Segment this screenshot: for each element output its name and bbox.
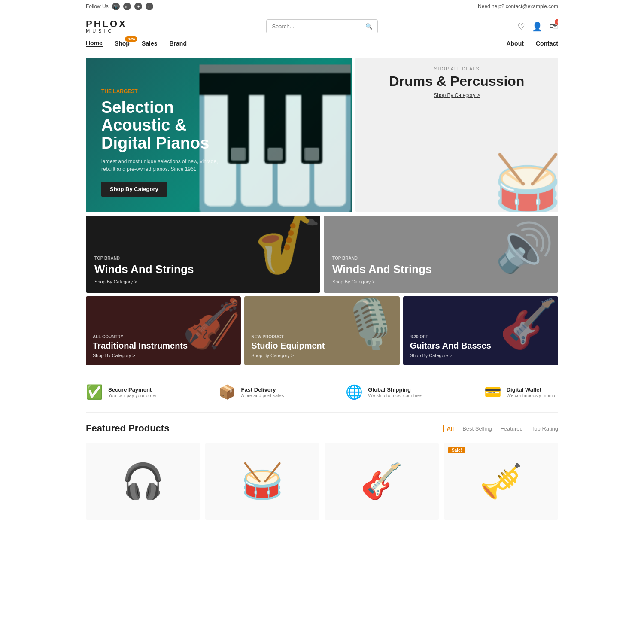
nav-about[interactable]: About — [506, 40, 523, 47]
wishlist-icon[interactable]: ♡ — [517, 21, 525, 32]
studio-link[interactable]: Shop By Category > — [251, 353, 392, 358]
hero-main-banner: THE LARGEST Selection Acoustic & Digital… — [86, 58, 352, 212]
speaker-icon: 🔊 — [495, 220, 554, 275]
search-input[interactable] — [267, 20, 361, 33]
nav-home[interactable]: Home — [86, 39, 103, 47]
features-section: ✅ Secure Payment You can pay your order … — [86, 372, 558, 413]
product-1-image: 🎧 — [122, 461, 164, 501]
nav-shop-badge: New — [125, 36, 137, 42]
global-shipping-title: Global Shipping — [368, 386, 422, 393]
tab-best-selling[interactable]: Best Selling — [462, 425, 492, 432]
nav-shop[interactable]: Shop New — [115, 40, 130, 47]
drums-shop-link[interactable]: Shop By Category > — [364, 92, 550, 98]
product-2-image: 🥁 — [241, 461, 284, 501]
tab-top-rating[interactable]: Top Rating — [532, 425, 558, 432]
guitars-banner: %20 OFF Guitars And Basses Shop By Categ… — [403, 296, 558, 365]
global-shipping-desc: We ship to most countries — [368, 393, 422, 398]
telegram-icon[interactable]: ✈ — [134, 3, 142, 10]
header-icons: ♡ 👤 🛍 1 — [517, 21, 558, 32]
product-card-4[interactable]: Sale! 🎺 — [444, 443, 558, 520]
digital-wallet-icon: 💳 — [484, 384, 501, 400]
featured-header: Featured Products All Best Selling Featu… — [86, 423, 558, 434]
linkedin-icon[interactable]: in — [123, 3, 131, 10]
nav-sales[interactable]: Sales — [142, 40, 158, 47]
studio-banner: NEW PRODUCT Studio Equipment Shop By Cat… — [244, 296, 399, 365]
sale-badge: Sale! — [448, 447, 465, 453]
instagram-icon[interactable]: 📷 — [112, 3, 120, 10]
tab-featured[interactable]: Featured — [501, 425, 523, 432]
saxophone-icon: 🎷 — [250, 216, 320, 282]
twitter-icon[interactable]: 𝕣 — [146, 3, 153, 10]
traditional-banner: ALL COUNTRY Traditional Instruments Shop… — [86, 296, 241, 365]
secure-payment-icon: ✅ — [86, 384, 103, 400]
winds-dark-banner: TOP BRAND Winds And Strings Shop By Cate… — [86, 216, 320, 293]
drums-banner: SHOP ALL DEALS Drums & Percussion Shop B… — [355, 58, 558, 212]
tab-all[interactable]: All — [443, 425, 454, 432]
secure-payment-title: Secure Payment — [108, 386, 157, 393]
winds-dark-link[interactable]: Shop By Category > — [94, 279, 312, 284]
featured-title: Featured Products — [86, 423, 169, 434]
logo-bottom: MUSIC — [86, 29, 127, 33]
nav-right: About Contact — [506, 40, 558, 47]
guitar-icon: 🎸 — [499, 296, 558, 352]
secure-payment-desc: You can pay your order — [108, 393, 157, 398]
violin-icon: 🎻 — [182, 296, 241, 352]
microphone-icon: 🎙️ — [341, 296, 400, 352]
hero-desc: largest and most unique selections of ne… — [101, 158, 230, 173]
product-card-1[interactable]: 🎧 — [86, 443, 200, 520]
feature-digital-wallet: 💳 Digital Wallet We continuously monitor — [484, 384, 558, 400]
global-shipping-icon: 🌐 — [346, 384, 363, 400]
global-shipping-text: Global Shipping We ship to most countrie… — [368, 386, 422, 398]
hero-side: SHOP ALL DEALS Drums & Percussion Shop B… — [355, 58, 558, 212]
product-3-image: 🎸 — [360, 461, 403, 501]
banners-row-3: ALL COUNTRY Traditional Instruments Shop… — [86, 296, 558, 365]
hero-section: THE LARGEST Selection Acoustic & Digital… — [86, 58, 558, 212]
topbar-right: Need help? contact@example.com — [478, 3, 558, 9]
featured-section: Featured Products All Best Selling Featu… — [86, 413, 558, 530]
logo[interactable]: PHLOX MUSIC — [86, 19, 127, 33]
featured-tabs: All Best Selling Featured Top Rating — [443, 425, 558, 432]
drums-icon: 🥁 — [493, 151, 558, 212]
nav-brand[interactable]: Brand — [170, 40, 187, 47]
traditional-link[interactable]: Shop By Category > — [93, 353, 234, 358]
cart-icon[interactable]: 🛍 1 — [550, 21, 558, 31]
nav-left: Home Shop New Sales Brand — [86, 39, 187, 47]
guitars-link[interactable]: Shop By Category > — [410, 353, 551, 358]
account-icon[interactable]: 👤 — [532, 21, 543, 32]
cart-badge: 1 — [555, 19, 558, 25]
fast-delivery-desc: A pre and post sales — [241, 393, 284, 398]
winds-gray-link[interactable]: Shop By Category > — [332, 279, 550, 284]
logo-top: PHLOX — [86, 19, 127, 29]
fast-delivery-icon: 📦 — [219, 384, 236, 400]
secure-payment-text: Secure Payment You can pay your order — [108, 386, 157, 398]
product-grid: 🎧 🥁 🎸 Sale! 🎺 — [86, 443, 558, 520]
feature-fast-delivery: 📦 Fast Delivery A pre and post sales — [219, 384, 284, 400]
feature-secure-payment: ✅ Secure Payment You can pay your order — [86, 384, 157, 400]
fast-delivery-text: Fast Delivery A pre and post sales — [241, 386, 284, 398]
digital-wallet-desc: We continuously monitor — [507, 393, 558, 398]
topbar: Follow Us 📷 in ✈ 𝕣 Need help? contact@ex… — [86, 0, 558, 13]
search-button[interactable]: 🔍 — [361, 20, 377, 33]
hero-title: Selection Acoustic & Digital Pianos — [101, 99, 230, 152]
follow-us-label: Follow Us — [86, 3, 109, 9]
digital-wallet-text: Digital Wallet We continuously monitor — [507, 386, 558, 398]
hero-content: THE LARGEST Selection Acoustic & Digital… — [101, 88, 230, 197]
feature-global-shipping: 🌐 Global Shipping We ship to most countr… — [346, 384, 422, 400]
navigation: Home Shop New Sales Brand About Contact — [86, 39, 558, 52]
nav-contact[interactable]: Contact — [536, 40, 558, 47]
product-4-image: 🎺 — [480, 461, 522, 501]
product-card-2[interactable]: 🥁 — [205, 443, 319, 520]
hero-tag: THE LARGEST — [101, 88, 230, 94]
drums-title: Drums & Percussion — [364, 74, 550, 89]
fast-delivery-title: Fast Delivery — [241, 386, 284, 393]
digital-wallet-title: Digital Wallet — [507, 386, 558, 393]
banners-row-2: TOP BRAND Winds And Strings Shop By Cate… — [86, 216, 558, 293]
header: PHLOX MUSIC 🔍 ♡ 👤 🛍 1 — [86, 13, 558, 39]
search-bar[interactable]: 🔍 — [266, 19, 378, 33]
winds-gray-banner: TOP BRAND Winds And Strings Shop By Cate… — [324, 216, 558, 293]
hero-cta-button[interactable]: Shop By Category — [101, 182, 167, 197]
help-text: Need help? contact@example.com — [478, 3, 558, 9]
topbar-left: Follow Us 📷 in ✈ 𝕣 — [86, 3, 153, 10]
product-card-3[interactable]: 🎸 — [325, 443, 439, 520]
drums-label: SHOP ALL DEALS — [364, 66, 550, 71]
